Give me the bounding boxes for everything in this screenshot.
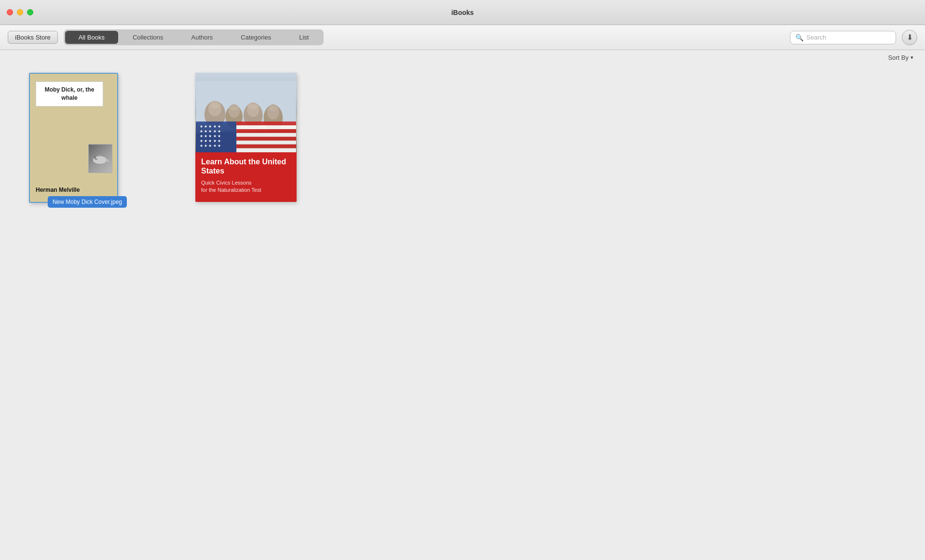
svg-point-12 xyxy=(248,104,258,109)
svg-text:★ ★ ★ ★ ★: ★ ★ ★ ★ ★ xyxy=(200,133,221,138)
search-icon: 🔍 xyxy=(795,34,803,41)
ibooks-store-button[interactable]: iBooks Store xyxy=(8,31,58,44)
svg-point-9 xyxy=(230,106,238,110)
svg-rect-30 xyxy=(236,148,296,152)
us-book-cover: ★ ★ ★ ★ ★ ★ ★ ★ ★ ★ ★ ★ ★ ★ ★ ★ ★ ★ ★ ★ … xyxy=(195,73,297,202)
sort-bar: Sort By ▾ xyxy=(0,50,925,65)
tab-all-books[interactable]: All Books xyxy=(65,31,118,44)
search-input[interactable] xyxy=(806,34,891,41)
drag-tooltip: New Moby Dick Cover.jpeg xyxy=(48,196,127,208)
mt-rushmore-background: ★ ★ ★ ★ ★ ★ ★ ★ ★ ★ ★ ★ ★ ★ ★ ★ ★ ★ ★ ★ … xyxy=(195,73,297,152)
svg-rect-27 xyxy=(236,136,296,140)
toolbar: iBooks Store All Books Collections Autho… xyxy=(0,25,925,50)
whale-icon xyxy=(91,151,109,166)
svg-point-2 xyxy=(95,157,96,159)
book-item-moby-dick[interactable]: Moby Dick, or, the whale Herman Melville… xyxy=(29,73,118,203)
book-item-learn-us[interactable]: ★ ★ ★ ★ ★ ★ ★ ★ ★ ★ ★ ★ ★ ★ ★ ★ ★ ★ ★ ★ … xyxy=(195,73,297,202)
svg-point-1 xyxy=(95,158,97,160)
traffic-lights xyxy=(7,9,33,15)
moby-dick-thumbnail xyxy=(88,144,112,173)
sort-by-button[interactable]: Sort By ▾ xyxy=(888,54,913,61)
nav-tabs: All Books Collections Authors Categories… xyxy=(64,29,324,45)
moby-dick-title: Moby Dick, or, the whale xyxy=(41,86,98,102)
us-book-title: Learn About the United States xyxy=(201,157,291,175)
svg-rect-24 xyxy=(236,125,296,129)
titlebar: iBooks xyxy=(0,0,925,25)
us-book-subtitle-line1: Quick Civics Lessons for the Naturalizat… xyxy=(201,179,291,193)
main-content: Moby Dick, or, the whale Herman Melville… xyxy=(0,65,925,211)
rushmore-svg: ★ ★ ★ ★ ★ ★ ★ ★ ★ ★ ★ ★ ★ ★ ★ ★ ★ ★ ★ ★ … xyxy=(195,81,297,153)
moby-dick-author: Herman Melville xyxy=(36,187,80,193)
svg-text:★ ★ ★ ★ ★: ★ ★ ★ ★ ★ xyxy=(200,138,221,143)
us-book-text-area: Learn About the United States Quick Civi… xyxy=(195,152,297,202)
window-title: iBooks xyxy=(451,9,474,16)
minimize-button[interactable] xyxy=(17,9,23,15)
us-book-image: ★ ★ ★ ★ ★ ★ ★ ★ ★ ★ ★ ★ ★ ★ ★ ★ ★ ★ ★ ★ … xyxy=(195,73,297,152)
svg-point-6 xyxy=(210,103,220,108)
tab-categories[interactable]: Categories xyxy=(227,31,285,44)
moby-dick-cover: Moby Dick, or, the whale Herman Melville… xyxy=(29,73,118,203)
tab-collections[interactable]: Collections xyxy=(119,31,177,44)
svg-rect-26 xyxy=(236,133,296,136)
tab-authors[interactable]: Authors xyxy=(178,31,227,44)
svg-text:★ ★ ★ ★ ★: ★ ★ ★ ★ ★ xyxy=(200,143,221,147)
maximize-button[interactable] xyxy=(27,9,33,15)
tab-list[interactable]: List xyxy=(286,31,322,44)
close-button[interactable] xyxy=(7,9,13,15)
moby-dick-title-box: Moby Dick, or, the whale xyxy=(36,81,103,107)
svg-text:★ ★ ★ ★ ★: ★ ★ ★ ★ ★ xyxy=(200,129,221,133)
svg-rect-23 xyxy=(236,121,296,125)
svg-rect-25 xyxy=(236,129,296,133)
download-icon: ⬇ xyxy=(907,33,913,42)
sort-by-label: Sort By xyxy=(888,54,909,61)
search-bar: 🔍 xyxy=(790,31,896,44)
svg-point-15 xyxy=(269,106,278,111)
svg-text:★ ★ ★ ★ ★: ★ ★ ★ ★ ★ xyxy=(200,124,221,129)
svg-rect-29 xyxy=(236,144,296,148)
svg-rect-28 xyxy=(236,140,296,144)
chevron-down-icon: ▾ xyxy=(911,54,913,61)
download-button[interactable]: ⬇ xyxy=(902,30,917,45)
